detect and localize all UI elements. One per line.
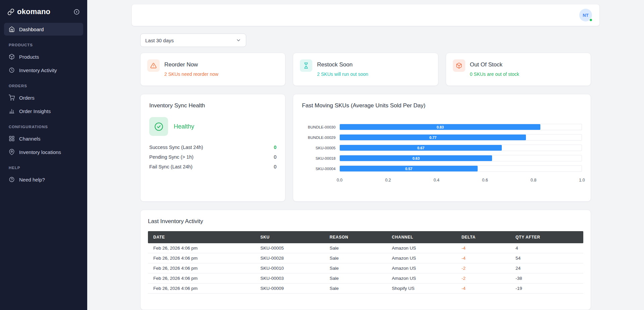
cell-qty_after: 54 (510, 253, 583, 263)
cell-delta: -4 (456, 253, 510, 263)
grid-icon (9, 136, 15, 142)
online-status-dot (589, 18, 593, 22)
activity-table-body: Feb 26, 2026 4:06 pmSKU-00005SaleAmazon … (148, 243, 583, 294)
x-tick-label: 0.0 (337, 178, 342, 183)
cell-sku: SKU-00003 (255, 273, 324, 283)
bar-chart-icon (9, 108, 15, 114)
sidebar-item-need-help[interactable]: Need help? (4, 173, 83, 186)
chart-row: BUNDLE-000300.83 (302, 122, 582, 132)
table-row: Feb 26, 2026 4:06 pmSKU-00009SaleShopify… (148, 283, 583, 294)
stat-card-out-of-stock[interactable]: Out Of Stock 0 SKUs are out of stock (446, 53, 591, 86)
cell-date: Feb 26, 2026 4:06 pm (148, 273, 255, 283)
chart-row: SKU-000040.57 (302, 163, 582, 174)
section-header-help: HELP (0, 159, 87, 172)
stat-card-subtitle: 0 SKUs are out of stock (470, 71, 519, 77)
cell-reason: Sale (324, 253, 387, 263)
cell-date: Feb 26, 2026 4:06 pm (148, 243, 255, 253)
cell-reason: Sale (324, 263, 387, 273)
map-pin-icon (9, 149, 15, 155)
chart-row: BUNDLE-000290.77 (302, 132, 582, 143)
bar-track: 0.77 (339, 134, 582, 141)
stat-card-reorder-now[interactable]: Reorder Now 2 SKUs need reorder now (140, 53, 285, 86)
column-header: REASON (324, 231, 387, 243)
cell-sku: SKU-00028 (255, 253, 324, 263)
sidebar-item-label: Dashboard (19, 27, 44, 32)
stat-card-subtitle: 2 SKUs need reorder now (164, 71, 218, 77)
sync-row-pending: Pending Sync (> 1h) 0 (149, 154, 276, 160)
sync-status: Healthy (149, 117, 276, 136)
last-inventory-activity-card: Last Inventory Activity DATESKUREASONCHA… (140, 210, 591, 310)
cell-channel: Amazon US (386, 243, 456, 253)
cell-qty_after: 4 (510, 243, 583, 253)
stat-card-title: Out Of Stock (470, 59, 519, 68)
cell-date: Feb 26, 2026 4:06 pm (148, 253, 255, 263)
logo-row: okomano (0, 0, 87, 22)
sync-row-label: Pending Sync (> 1h) (149, 154, 194, 160)
brand-name: okomano (17, 7, 50, 16)
bar-track: 0.83 (339, 124, 582, 130)
sidebar-item-label: Order Insights (19, 108, 51, 114)
bar-category-label: SKU-00018 (302, 156, 339, 160)
sync-row-value: 0 (274, 154, 276, 160)
bar-chart-rows: BUNDLE-000300.83BUNDLE-000290.77SKU-0000… (302, 122, 582, 174)
sidebar-item-label: Products (19, 54, 39, 60)
cell-sku: SKU-00009 (255, 283, 324, 294)
table-header-row: DATESKUREASONCHANNELDELTAQTY AFTER (148, 231, 583, 243)
section-header-products: PRODUCTS (0, 36, 87, 50)
sidebar-item-orders[interactable]: Orders (4, 91, 83, 104)
stat-card-subtitle: 2 SKUs will run out soon (317, 71, 368, 77)
sidebar-item-label: Inventory Activity (19, 67, 57, 73)
hourglass-icon (300, 59, 312, 72)
topbar: NT (131, 4, 600, 26)
sidebar-item-order-insights[interactable]: Order Insights (4, 105, 83, 117)
cell-delta: -4 (456, 283, 510, 294)
cell-channel: Amazon US (386, 253, 456, 263)
sidebar-item-label: Channels (19, 136, 40, 142)
sidebar-item-label: Need help? (19, 177, 45, 183)
sync-status-label: Healthy (174, 123, 194, 130)
main-area: NT Last 30 days Reorder Now 2 SKUs need … (87, 0, 644, 310)
cell-date: Feb 26, 2026 4:06 pm (148, 283, 255, 294)
user-avatar[interactable]: NT (579, 9, 592, 21)
x-tick-label: 0.8 (531, 178, 536, 183)
cell-sku: SKU-00005 (255, 243, 324, 253)
chart-row: SKU-000050.67 (302, 143, 582, 153)
section-header-configurations: CONFIGURATIONS (0, 118, 87, 132)
date-range-select[interactable]: Last 30 days (140, 34, 246, 47)
sidebar-collapse-button[interactable] (73, 8, 80, 16)
inventory-sync-health-card: Inventory Sync Health Healthy Success Sy… (140, 94, 285, 202)
activity-table: DATESKUREASONCHANNELDELTAQTY AFTER Feb 2… (148, 231, 583, 294)
sync-rows: Success Sync (Last 24h) 0 Pending Sync (… (149, 145, 276, 169)
dashboard-content: Last 30 days Reorder Now 2 SKUs need reo… (131, 26, 600, 310)
sidebar-item-products[interactable]: Products (4, 50, 83, 63)
column-header: DATE (148, 231, 255, 243)
sidebar-item-dashboard[interactable]: Dashboard (4, 23, 83, 36)
sidebar-item-inventory-locations[interactable]: Inventory locations (4, 146, 83, 158)
x-tick-label: 0.4 (434, 178, 439, 183)
section-header-orders: ORDERS (0, 77, 87, 91)
sidebar-item-channels[interactable]: Channels (4, 132, 83, 145)
x-tick-label: 0.2 (385, 178, 391, 183)
stat-card-restock-soon[interactable]: Restock Soon 2 SKUs will run out soon (293, 53, 438, 86)
cell-delta: -2 (456, 263, 510, 273)
help-circle-icon (9, 176, 15, 183)
sidebar-item-label: Orders (19, 95, 35, 101)
sidebar-item-inventory-activity[interactable]: Inventory Activity (4, 64, 83, 76)
cell-channel: Amazon US (386, 263, 456, 273)
history-clock-icon (9, 67, 15, 73)
cell-sku: SKU-00010 (255, 263, 324, 273)
column-header: SKU (255, 231, 324, 243)
warning-triangle-icon (147, 59, 160, 72)
sync-health-title: Inventory Sync Health (149, 102, 276, 109)
bar: 0.63 (340, 155, 492, 161)
sidebar-nav: Dashboard PRODUCTS Products Inventory Ac… (0, 22, 87, 187)
bar-category-label: SKU-00004 (302, 167, 339, 171)
cart-icon (9, 95, 15, 101)
avatar-initials: NT (583, 13, 588, 18)
cell-date: Feb 26, 2026 4:06 pm (148, 263, 255, 273)
activity-table-header: DATESKUREASONCHANNELDELTAQTY AFTER (148, 231, 583, 243)
bar: 0.67 (340, 145, 502, 151)
brand-logo: okomano (7, 7, 50, 16)
bar-chart: BUNDLE-000300.83BUNDLE-000290.77SKU-0000… (302, 122, 582, 184)
bar: 0.83 (340, 124, 540, 130)
